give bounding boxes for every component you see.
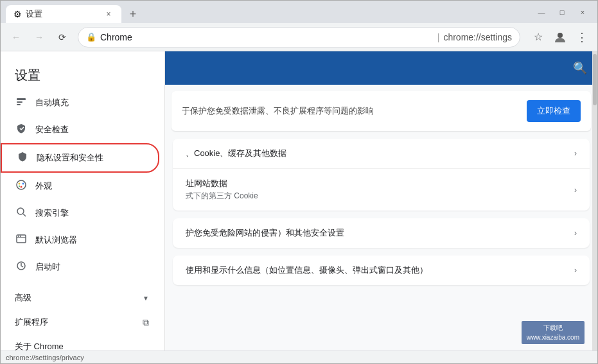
- sidebar-item-privacy[interactable]: 隐私设置和安全性: [1, 143, 159, 173]
- scrollbar-track[interactable]: [592, 51, 597, 351]
- new-tab-button[interactable]: +: [124, 5, 142, 23]
- address-url: chrome://settings: [443, 32, 512, 42]
- sidebar-item-safety[interactable]: 安全检查: [1, 116, 159, 143]
- sidebar-item-label: 启动时: [35, 261, 60, 273]
- sidebar-item-label: 默认浏览器: [35, 234, 77, 246]
- svg-point-9: [17, 208, 24, 214]
- sidebar-item-label: 隐私设置和安全性: [37, 152, 103, 164]
- scrollbar-thumb[interactable]: [593, 54, 597, 105]
- section-item-1-title: 、Cookie、缓存及其他数据: [186, 148, 574, 159]
- content-header: 🔍: [165, 51, 597, 85]
- tab-favicon: ⚙: [13, 9, 22, 19]
- privacy-icon: [16, 151, 29, 165]
- sidebar-item-autofill[interactable]: 自动填充: [1, 89, 159, 116]
- menu-button[interactable]: ⋮: [572, 27, 592, 48]
- sidebar-item-label: 自动填充: [35, 97, 69, 108]
- chevron-down-icon: ▼: [143, 295, 149, 302]
- section-item-2-title: 址网站数据: [186, 178, 574, 189]
- sidebar-item-extensions[interactable]: 扩展程序 ⧉: [1, 310, 159, 334]
- sidebar-item-label: 搜索引擎: [35, 207, 69, 219]
- svg-rect-2: [17, 101, 22, 103]
- navbar: ← → ⟳ 🔒 Chrome | chrome://settings ☆ ⋮: [1, 23, 597, 51]
- section-group-3: 使用和显示什么信息（如位置信息、摄像头、弹出式窗口及其他） ›: [173, 256, 590, 285]
- section-item-3-title: 护您免受危险网站的侵害）和其他安全设置: [186, 227, 574, 239]
- safety-banner-text: 于保护您免受数据泄露、不良扩展程序等问题的影响: [182, 105, 520, 117]
- svg-point-5: [19, 183, 21, 185]
- close-tab-button[interactable]: ×: [103, 9, 114, 19]
- svg-point-7: [21, 186, 22, 188]
- section-item-4-content: 使用和显示什么信息（如位置信息、摄像头、弹出式窗口及其他）: [186, 264, 574, 276]
- sidebar-item-advanced[interactable]: 高级 ▼: [1, 286, 159, 310]
- section-item-cookies[interactable]: 、Cookie、缓存及其他数据 ›: [173, 139, 590, 169]
- section-item-site-data[interactable]: 址网站数据 式下的第三方 Cookie ›: [173, 169, 590, 211]
- section-item-security[interactable]: 护您免受危险网站的侵害）和其他安全设置 ›: [173, 218, 590, 248]
- safety-check-banner: 于保护您免受数据泄露、不良扩展程序等问题的影响 立即检查: [171, 91, 591, 131]
- bookmark-button[interactable]: ☆: [528, 27, 549, 48]
- svg-point-6: [22, 183, 24, 185]
- section-item-2-sub: 式下的第三方 Cookie: [186, 191, 574, 202]
- window-controls: — □ ×: [532, 4, 592, 20]
- reload-button[interactable]: ⟳: [52, 27, 73, 48]
- secure-icon: 🔒: [86, 32, 96, 42]
- svg-point-0: [558, 33, 563, 38]
- appearance-icon: [15, 179, 28, 193]
- address-divider: |: [437, 32, 440, 42]
- close-window-button[interactable]: ×: [573, 4, 592, 20]
- section-item-1-content: 、Cookie、缓存及其他数据: [186, 148, 574, 159]
- sidebar-item-browser[interactable]: 默认浏览器: [1, 227, 159, 254]
- autofill-icon: [15, 96, 28, 110]
- startup-icon: [15, 260, 28, 274]
- section-group-2: 护您免受危险网站的侵害）和其他安全设置 ›: [173, 218, 590, 248]
- sidebar-about-label: 关于 Chrome: [15, 341, 64, 351]
- forward-button[interactable]: →: [29, 27, 49, 48]
- search-icon: [15, 206, 28, 220]
- statusbar: chrome://settings/privacy: [1, 351, 597, 363]
- svg-rect-1: [17, 98, 26, 100]
- svg-point-13: [18, 236, 19, 237]
- check-now-button[interactable]: 立即检查: [527, 100, 581, 122]
- main-layout: 设置 自动填充: [1, 51, 597, 351]
- back-button[interactable]: ←: [6, 27, 26, 48]
- sidebar-section-label: 高级: [15, 292, 31, 304]
- titlebar: ⚙ 设置 × + — □ ×: [1, 1, 597, 23]
- sidebar-title: 设置: [1, 56, 164, 89]
- svg-line-10: [23, 214, 26, 216]
- svg-point-8: [19, 186, 20, 187]
- minimize-button[interactable]: —: [532, 4, 551, 20]
- sidebar-item-label: 外观: [35, 180, 52, 192]
- chevron-right-icon-1: ›: [574, 149, 577, 158]
- tab-strip: ⚙ 设置 × +: [6, 1, 532, 23]
- profile-icon: [554, 31, 567, 44]
- sidebar-item-about[interactable]: 关于 Chrome: [1, 334, 159, 351]
- content-area: 🔍 于保护您免受数据泄露、不良扩展程序等问题的影响 立即检查 、Cookie、缓…: [165, 51, 597, 351]
- sidebar: 设置 自动填充: [1, 51, 165, 351]
- active-tab[interactable]: ⚙ 设置 ×: [6, 5, 121, 23]
- browser-window: ⚙ 设置 × + — □ × ← → ⟳ 🔒 Chrome | chrome:/…: [0, 0, 598, 364]
- sidebar-item-label: 安全检查: [35, 124, 69, 135]
- svg-point-4: [17, 180, 26, 189]
- section-item-4-title: 使用和显示什么信息（如位置信息、摄像头、弹出式窗口及其他）: [186, 264, 574, 276]
- section-item-permissions[interactable]: 使用和显示什么信息（如位置信息、摄像头、弹出式窗口及其他） ›: [173, 256, 590, 285]
- sidebar-item-startup[interactable]: 启动时: [1, 254, 159, 281]
- chevron-right-icon-4: ›: [574, 266, 577, 275]
- watermark: 下载吧www.xiazaiba.com: [522, 321, 585, 344]
- nav-right-buttons: ☆ ⋮: [528, 27, 592, 48]
- sidebar-item-search[interactable]: 搜索引擎: [1, 200, 159, 227]
- section-group-1: 、Cookie、缓存及其他数据 › 址网站数据 式下的第三方 Cookie ›: [173, 139, 590, 211]
- section-item-3-content: 护您免受危险网站的侵害）和其他安全设置: [186, 227, 574, 239]
- chevron-right-icon-3: ›: [574, 229, 577, 238]
- external-link-icon: ⧉: [143, 317, 149, 328]
- section-item-2-content: 址网站数据 式下的第三方 Cookie: [186, 178, 574, 202]
- browser-icon: [15, 233, 28, 247]
- address-bar[interactable]: 🔒 Chrome | chrome://settings: [78, 27, 520, 48]
- profile-button[interactable]: [550, 27, 570, 48]
- header-search-icon[interactable]: 🔍: [573, 61, 587, 75]
- svg-rect-3: [17, 104, 21, 105]
- status-url: chrome://settings/privacy: [6, 354, 84, 361]
- maximize-button[interactable]: □: [552, 4, 572, 20]
- chevron-right-icon-2: ›: [574, 186, 577, 195]
- safety-icon: [15, 123, 28, 137]
- tab-title: 设置: [26, 8, 100, 20]
- sidebar-item-appearance[interactable]: 外观: [1, 173, 159, 200]
- sidebar-ext-label: 扩展程序: [15, 316, 48, 328]
